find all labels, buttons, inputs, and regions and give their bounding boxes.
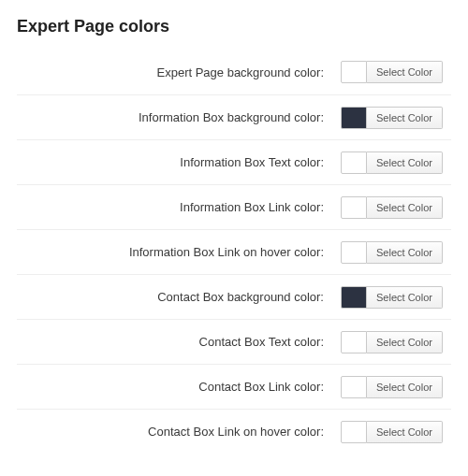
row-expert-page-bg: Expert Page background color: Select Col…: [17, 50, 451, 94]
color-picker: Select Color: [341, 421, 451, 443]
field-label: Information Box Text color:: [17, 155, 341, 169]
color-picker: Select Color: [341, 151, 451, 174]
section-title: Expert Page colors: [17, 17, 451, 36]
color-picker: Select Color: [341, 286, 451, 309]
row-info-box-link-hover: Information Box Link on hover color: Sel…: [17, 229, 451, 274]
field-label: Information Box background color:: [17, 110, 341, 124]
select-color-button[interactable]: Select Color: [367, 421, 443, 443]
field-label: Contact Box Text color:: [17, 335, 341, 349]
row-contact-box-link-hover: Contact Box Link on hover color: Select …: [17, 409, 451, 454]
color-swatch[interactable]: [341, 241, 367, 264]
color-picker: Select Color: [341, 196, 451, 219]
field-label: Contact Box Link color:: [17, 380, 341, 394]
field-label: Contact Box background color:: [17, 290, 341, 304]
select-color-button[interactable]: Select Color: [367, 61, 443, 83]
row-contact-box-link: Contact Box Link color: Select Color: [17, 364, 451, 409]
row-contact-box-text: Contact Box Text color: Select Color: [17, 319, 451, 364]
color-picker: Select Color: [341, 107, 451, 129]
select-color-button[interactable]: Select Color: [367, 151, 443, 174]
select-color-button[interactable]: Select Color: [367, 286, 443, 309]
select-color-button[interactable]: Select Color: [367, 107, 443, 129]
color-swatch[interactable]: [341, 196, 367, 219]
row-info-box-text: Information Box Text color: Select Color: [17, 139, 451, 184]
field-label: Contact Box Link on hover color:: [17, 425, 341, 439]
select-color-button[interactable]: Select Color: [367, 376, 443, 398]
field-label: Information Box Link color:: [17, 200, 341, 214]
row-contact-box-bg: Contact Box background color: Select Col…: [17, 274, 451, 319]
select-color-button[interactable]: Select Color: [367, 196, 443, 219]
color-picker: Select Color: [341, 331, 451, 353]
field-label: Information Box Link on hover color:: [17, 245, 341, 259]
color-swatch[interactable]: [341, 107, 367, 129]
color-picker: Select Color: [341, 61, 451, 83]
color-picker: Select Color: [341, 241, 451, 264]
color-swatch[interactable]: [341, 151, 367, 174]
select-color-button[interactable]: Select Color: [367, 331, 443, 353]
color-swatch[interactable]: [341, 286, 367, 309]
color-swatch[interactable]: [341, 331, 367, 353]
color-picker: Select Color: [341, 376, 451, 398]
row-info-box-link: Information Box Link color: Select Color: [17, 184, 451, 229]
row-info-box-bg: Information Box background color: Select…: [17, 94, 451, 139]
color-swatch[interactable]: [341, 421, 367, 443]
select-color-button[interactable]: Select Color: [367, 241, 443, 264]
color-swatch[interactable]: [341, 376, 367, 398]
color-swatch[interactable]: [341, 61, 367, 83]
field-label: Expert Page background color:: [17, 65, 341, 79]
